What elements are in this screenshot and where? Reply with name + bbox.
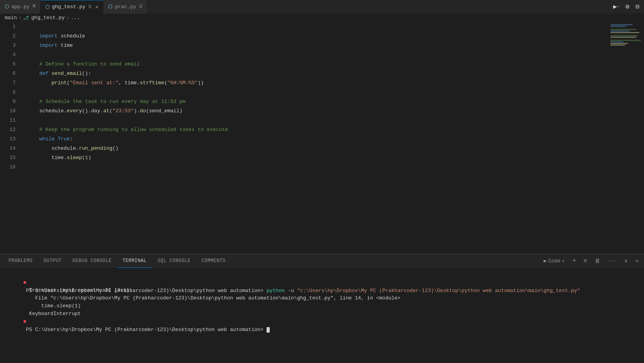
top-right-actions: ▶ ▾ ⚙ ⊟ [612,1,644,12]
python-icon: ⬡ [108,4,112,10]
line-num-11: 11 [6,116,16,125]
new-terminal-button[interactable]: + [570,257,579,265]
terminal-icon: ▶ [544,258,547,264]
terminal-prompt-2: PS C:\Users\hp\Dropbox\My PC (Prakharcod… [23,327,261,333]
tab-problems[interactable]: PROBLEMS [3,254,38,268]
breadcrumb-git-icon: ⎇ [23,15,29,21]
tab-close-button[interactable]: ✕ [95,4,98,10]
error-indicator-2: ● [23,318,27,325]
kill-terminal-button[interactable]: 🗑 [592,257,602,265]
panel-code-button[interactable]: ▶ Code ▾ [541,257,567,265]
tab-badge: U [89,4,91,10]
breadcrumb-file: ghg_test.py [31,15,65,21]
line-num-6: 6 [6,69,16,78]
tab-prac-py[interactable]: ⬡ prac.py U [103,0,147,14]
code-line-3 [21,41,644,50]
code-line-8: # Schedule the task to run every day at … [21,88,644,97]
code-line-4: # Define a function to send email [21,50,644,60]
line-num-3: 3 [6,41,16,50]
terminal-line-2: Traceback (most recent call last): [5,279,639,287]
line-num-7: 7 [6,78,16,88]
code-line-13: schedule.run_pending() [21,135,644,144]
tab-app-py[interactable]: ⬡ app.py M [0,0,41,14]
code-content[interactable]: import schedule import time # Define a f… [20,22,644,254]
layout-icon[interactable]: ⊟ [634,1,641,12]
file-info-text: File "c:\Users\hp\Dropbox\My PC (Prakhar… [23,295,400,301]
line-num-16: 16 [6,163,16,172]
line-num-12: 12 [6,125,16,135]
code-line-1: import schedule [21,22,644,32]
line-num-15: 15 [6,153,16,163]
line-num-13: 13 [6,135,16,144]
python-icon: ⬡ [5,4,9,10]
tab-output[interactable]: OUTPUT [38,254,67,268]
run-button[interactable]: ▶ ▾ [612,1,621,12]
tab-label: app.py [11,4,30,10]
breadcrumb-sep-2: › [66,15,69,21]
terminal-line-5: KeyboardInterrupt [5,302,639,310]
tab-terminal[interactable]: TERMINAL [117,254,152,268]
traceback-text: Traceback (most recent call last): [23,287,133,293]
keyboard-interrupt-text: KeyboardInterrupt [23,311,81,317]
extensions-icon[interactable]: ⚙ [624,1,631,12]
line-num-10: 10 [6,106,16,116]
terminal-line-6: ● PS C:\Users\hp\Dropbox\My PC (Prakharc… [5,310,639,318]
minimap [609,22,644,254]
tab-sql-console[interactable]: SQL CONSOLE [152,254,196,268]
code-line-16 [21,163,644,172]
dropdown-icon: ▾ [562,259,565,264]
code-label: Code [548,258,560,264]
tab-label: ghg_test.py [52,4,85,10]
code-ref-text: time.sleep(1) [23,303,81,309]
tab-debug-console[interactable]: DEBUG CONSOLE [67,254,117,268]
python-icon: ⬡ [45,4,50,10]
tab-label: prac.py [115,4,136,10]
line-num-14: 14 [6,144,16,153]
code-editor: 1 2 3 4 5 6 7 8 9 10 11 12 13 14 15 16 i… [0,22,644,254]
line-num-5: 5 [6,60,16,69]
terminal-content[interactable]: ● PS C:\Users\hp\Dropbox\My PC (Prakharc… [0,268,644,363]
split-terminal-button[interactable]: ⊟ [582,257,589,265]
panel-tab-bar: PROBLEMS OUTPUT DEBUG CONSOLE TERMINAL S… [0,254,644,268]
tab-badge: U [139,4,142,9]
breadcrumb: main › ⎇ ghg_test.py › ... [0,14,644,22]
breadcrumb-main: main [5,15,17,21]
breadcrumb-ellipsis: ... [71,15,80,21]
error-indicator-1: ● [23,279,27,286]
tab-ghg-test-py[interactable]: ⬡ ghg_test.py U ✕ [41,0,103,14]
tab-comments[interactable]: COMMENTS [196,254,231,268]
line-num-2: 2 [6,32,16,41]
line-num-8: 8 [6,88,16,97]
tab-badge: M [33,4,36,9]
close-panel-button[interactable]: ✕ [633,257,641,265]
line-numbers: 1 2 3 4 5 6 7 8 9 10 11 12 13 14 15 16 [0,22,20,254]
tab-bar: ⬡ app.py M ⬡ ghg_test.py U ✕ ⬡ prac.py U… [0,0,644,14]
line-num-1: 1 [6,22,16,32]
code-line-2: import time [21,32,644,41]
terminal-line-1: ● PS C:\Users\hp\Dropbox\My PC (Prakharc… [5,271,639,279]
maximize-panel-button[interactable]: ∧ [622,257,630,265]
terminal-panel: PROBLEMS OUTPUT DEBUG CONSOLE TERMINAL S… [0,254,644,363]
code-line-6: print("Email sent at:", time.strftime("%… [21,69,644,78]
more-actions-button[interactable]: ··· [605,257,619,265]
line-num-4: 4 [6,50,16,60]
cursor [267,327,270,333]
code-line-11: # Keep the program running to allow sche… [21,116,644,125]
panel-right-actions: ▶ Code ▾ + ⊟ 🗑 ··· ∧ ✕ [541,257,641,265]
line-num-9: 9 [6,97,16,106]
breadcrumb-sep-1: › [18,15,21,21]
code-line-15 [21,153,644,163]
